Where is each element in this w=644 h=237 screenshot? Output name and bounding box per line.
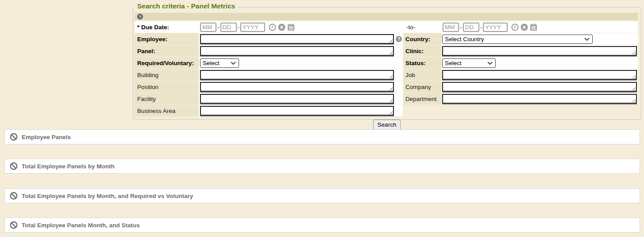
section-total-panels-by-month[interactable]: Total Employee Panels by Month <box>4 159 640 174</box>
clinic-label: Clinic: <box>404 45 442 57</box>
clinic-field-cell <box>442 45 638 57</box>
date-separator: - <box>460 24 462 31</box>
resize-grip[interactable] <box>389 98 393 102</box>
employee-help-icon[interactable]: ? <box>396 36 402 42</box>
resize-grip[interactable] <box>389 74 393 78</box>
employee-label: Employee: <box>135 33 198 45</box>
form-row-position: Position Company <box>135 81 638 93</box>
department-input[interactable] <box>442 94 637 104</box>
search-criteria-title: Search criteria - Panel Metrics <box>135 2 237 10</box>
country-label: Country: <box>404 33 442 45</box>
section-title: Total Employee Panels by Month, and Requ… <box>22 193 193 199</box>
section-total-panels-month-status[interactable]: Total Employee Panels Month, and Status <box>4 218 640 233</box>
form-row-due-date: * Due Date: - - -to- - <box>135 21 638 33</box>
date-separator: - <box>217 24 220 31</box>
help-icon[interactable]: ? <box>137 14 143 19</box>
due-date-from-group: - - <box>200 23 295 32</box>
resize-grip[interactable] <box>389 39 393 43</box>
chevron-down-icon <box>487 62 493 65</box>
resize-grip[interactable] <box>632 86 636 90</box>
company-field-cell <box>442 81 638 93</box>
clinic-input[interactable] <box>442 46 637 56</box>
form-row-business-area: Business Area <box>135 105 638 117</box>
country-select-value: Select Country <box>445 36 484 43</box>
facility-label: Facility <box>135 93 198 105</box>
due-date-to-month-input[interactable] <box>443 23 459 32</box>
section-total-panels-required-vs-voluntary[interactable]: Total Employee Panels by Month, and Requ… <box>4 188 640 203</box>
chevron-down-icon <box>231 62 236 65</box>
clear-date-icon[interactable] <box>278 23 285 31</box>
form-help-bar: ? <box>135 13 638 20</box>
employee-input[interactable] <box>200 34 394 44</box>
job-input[interactable] <box>442 70 637 80</box>
search-button[interactable]: Search <box>373 120 401 130</box>
resize-grip[interactable] <box>389 86 393 90</box>
country-field-cell: Select Country <box>442 33 638 45</box>
building-field-cell <box>199 69 403 81</box>
clock-icon[interactable] <box>269 23 276 31</box>
job-field-cell <box>442 69 638 81</box>
position-input[interactable] <box>200 82 394 92</box>
form-row-required-voluntary: Required/Voluntary: Select Status: Selec… <box>135 57 638 69</box>
due-date-to-year-input[interactable] <box>483 23 508 32</box>
resize-grip[interactable] <box>389 110 393 114</box>
form-row-panel: Panel: Clinic: <box>135 45 638 57</box>
required-voluntary-select[interactable]: Select <box>200 58 239 68</box>
due-date-from-year-input[interactable] <box>240 23 265 32</box>
status-select-value: Select <box>445 60 462 66</box>
required-voluntary-label: Required/Voluntary: <box>135 57 198 69</box>
panel-input[interactable] <box>200 46 394 56</box>
business-area-label: Business Area <box>135 105 198 117</box>
facility-field-cell <box>199 93 403 105</box>
form-row-building: Building Job <box>135 69 638 81</box>
status-select[interactable]: Select <box>442 58 496 68</box>
due-date-row-cell: * Due Date: - - -to- - <box>135 21 638 33</box>
job-label: Job <box>404 69 442 81</box>
required-voluntary-field-cell: Select <box>199 57 403 69</box>
svg-text:?: ? <box>139 15 142 19</box>
company-input[interactable] <box>442 82 637 92</box>
to-label: -to- <box>406 24 415 31</box>
prohibition-icon <box>10 192 18 200</box>
due-date-to-group: - - <box>443 23 537 32</box>
form-row-employee: Employee: ? Country: Select Country <box>135 33 638 45</box>
chevron-down-icon <box>584 38 590 41</box>
resize-grip[interactable] <box>632 51 636 54</box>
calendar-icon[interactable] <box>287 23 295 31</box>
date-separator: - <box>480 24 482 31</box>
due-date-to-day-input[interactable] <box>463 23 479 32</box>
resize-grip[interactable] <box>632 74 636 78</box>
form-row-facility: Facility Department <box>135 93 638 105</box>
resize-grip[interactable] <box>632 98 636 102</box>
business-area-field-cell <box>199 105 403 117</box>
prohibition-icon <box>10 221 18 229</box>
section-employee-panels[interactable]: Employee Panels <box>4 129 640 144</box>
building-label: Building <box>135 69 198 81</box>
clear-date-icon[interactable] <box>521 23 528 31</box>
prohibition-icon <box>10 162 18 170</box>
required-voluntary-select-value: Select <box>203 60 220 66</box>
business-area-input[interactable] <box>200 106 394 116</box>
company-label: Company <box>404 81 442 93</box>
department-field-cell <box>442 93 638 105</box>
position-label: Position <box>135 81 198 93</box>
due-date-label: * Due Date: <box>137 24 169 31</box>
due-date-from-day-input[interactable] <box>220 23 237 32</box>
resize-grip[interactable] <box>389 51 393 54</box>
building-input[interactable] <box>200 70 394 80</box>
prohibition-icon <box>10 133 18 141</box>
facility-input[interactable] <box>200 94 394 104</box>
status-label: Status: <box>404 57 442 69</box>
due-date-from-month-input[interactable] <box>200 23 216 32</box>
svg-text:?: ? <box>397 37 400 42</box>
position-field-cell <box>199 81 403 93</box>
section-title: Employee Panels <box>22 134 71 140</box>
section-title: Total Employee Panels Month, and Status <box>22 222 140 229</box>
calendar-icon[interactable] <box>530 23 537 31</box>
panel-label: Panel: <box>135 45 198 57</box>
country-select[interactable]: Select Country <box>442 35 593 44</box>
department-label: Department <box>404 93 442 105</box>
status-field-cell: Select <box>442 57 638 69</box>
section-title: Total Employee Panels by Month <box>22 163 115 170</box>
clock-icon[interactable] <box>511 23 519 31</box>
